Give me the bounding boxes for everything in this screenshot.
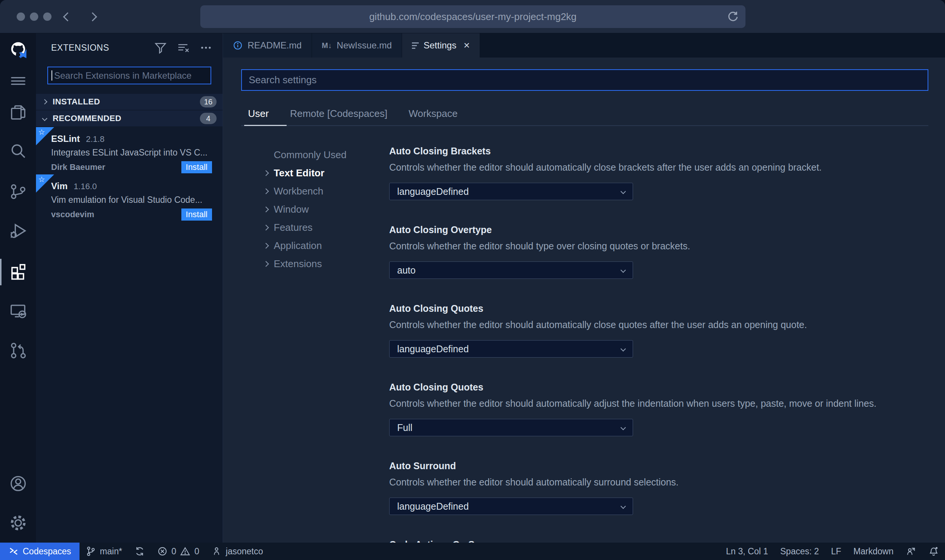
setting-title: Auto Closing Brackets (389, 146, 928, 157)
section-recommended[interactable]: RECOMMENDED 4 (36, 110, 223, 126)
explorer-icon[interactable] (8, 101, 29, 123)
window-controls[interactable] (17, 12, 51, 21)
forward-icon (88, 12, 97, 21)
toc-text-editor[interactable]: Text Editor (264, 164, 389, 182)
extension-description: Integrates ESLint JavaScript into VS C..… (51, 148, 212, 158)
setting-code-actions-on-save: Code Actions On Save (389, 539, 928, 543)
remote-label: Codespaces (23, 546, 71, 557)
filter-icon[interactable] (154, 41, 167, 54)
setting-title: Auto Closing Quotes (389, 303, 928, 314)
extensions-icon[interactable] (8, 261, 29, 282)
remote-icon (8, 546, 19, 557)
setting-auto-closing-quotes-2: Auto Closing Quotes Controls whether the… (389, 382, 928, 436)
feedback-button[interactable] (900, 543, 922, 560)
tab-label: NewIssue.md (337, 40, 391, 51)
search-icon[interactable] (8, 141, 29, 162)
toc-window[interactable]: Window (264, 200, 389, 218)
settings-editor-icon (412, 42, 419, 49)
extension-version: 2.1.8 (86, 134, 104, 144)
install-button[interactable]: Install (181, 161, 212, 173)
dropdown-value: Full (397, 422, 412, 433)
browser-forward-button[interactable] (86, 10, 99, 23)
sync-button[interactable] (128, 543, 151, 560)
dropdown-value: languageDefined (397, 501, 469, 512)
setting-dropdown[interactable]: Full (389, 419, 633, 436)
markdown-icon: M↓ (322, 41, 332, 50)
chevron-down-icon (621, 346, 626, 352)
language-mode[interactable]: Markdown (847, 543, 900, 560)
scope-tab-user[interactable]: User (248, 108, 269, 120)
eol-label: LF (831, 546, 841, 557)
editor-area: README.md M↓ NewIssue.md Settings × User (223, 33, 945, 543)
install-button[interactable]: Install (181, 208, 212, 221)
extension-item-eslint[interactable]: ☆ ESLint 2.1.8 Integrates ESLint JavaScr… (36, 127, 223, 174)
dropdown-value: languageDefined (397, 344, 469, 355)
browser-back-button[interactable] (61, 10, 74, 23)
user-indicator[interactable]: jasonetco (205, 543, 269, 560)
section-installed[interactable]: INSTALLED 16 (36, 94, 223, 110)
star-icon: ☆ (38, 128, 45, 137)
indentation-indicator[interactable]: Spaces: 2 (774, 543, 825, 560)
extension-name: ESLint (51, 134, 80, 144)
reload-icon[interactable] (727, 10, 739, 23)
extensions-search-box (47, 67, 211, 84)
scope-tab-workspace[interactable]: Workspace (409, 108, 458, 120)
settings-search-box (241, 69, 928, 91)
close-tab-icon[interactable]: × (463, 40, 469, 51)
clear-extensions-search-icon[interactable] (176, 41, 190, 54)
section-label: RECOMMENDED (53, 114, 122, 123)
scope-tab-remote[interactable]: Remote [Codespaces] (290, 108, 387, 120)
address-bar[interactable]: github.com/codespaces/user-my-project-mg… (200, 5, 745, 28)
extension-version: 1.16.0 (74, 182, 97, 191)
cursor-label: Ln 3, Col 1 (726, 546, 768, 557)
chevron-right-icon (263, 243, 269, 249)
problems-indicator[interactable]: 0 0 (151, 543, 206, 560)
toc-features[interactable]: Features (264, 218, 389, 236)
setting-dropdown[interactable]: languageDefined (389, 498, 633, 515)
setting-auto-surround: Auto Surround Controls whether the edito… (389, 460, 928, 515)
toc-workbench[interactable]: Workbench (264, 182, 389, 200)
settings-editor: User Remote [Codespaces] Workspace Commo… (223, 58, 945, 543)
settings-gear-icon[interactable] (8, 512, 29, 534)
setting-dropdown[interactable]: languageDefined (389, 183, 633, 200)
setting-dropdown[interactable]: languageDefined (389, 340, 633, 358)
chevron-right-icon (263, 188, 269, 194)
setting-description: Controls whether the editor should autom… (389, 162, 928, 173)
browser-window: github.com/codespaces/user-my-project-mg… (0, 0, 945, 560)
notifications-button[interactable] (922, 543, 945, 560)
eol-indicator[interactable]: LF (825, 543, 847, 560)
minimize-window-button[interactable] (30, 12, 38, 21)
more-actions-icon[interactable] (199, 41, 213, 54)
menu-icon[interactable] (8, 70, 29, 92)
settings-search-input[interactable] (242, 70, 928, 90)
toc-application[interactable]: Application (264, 236, 389, 255)
branch-indicator[interactable]: main* (80, 543, 128, 560)
account-icon[interactable] (8, 473, 29, 494)
extension-item-vim[interactable]: ☆ Vim 1.16.0 Vim emulation for Visual St… (36, 174, 223, 222)
tab-newissue[interactable]: M↓ NewIssue.md (312, 33, 402, 58)
chevron-down-icon (42, 116, 47, 121)
chevron-right-icon (42, 99, 47, 104)
count-badge: 16 (200, 96, 217, 107)
close-window-button[interactable] (17, 12, 25, 21)
sidebar-title: EXTENSIONS (51, 43, 154, 53)
extension-publisher: vscodevim (51, 210, 94, 219)
toc-commonly-used[interactable]: Commonly Used (264, 146, 389, 164)
tab-readme[interactable]: README.md (223, 33, 312, 58)
setting-description: Controls whether the editor should autom… (389, 319, 928, 330)
active-view-indicator (0, 259, 2, 285)
cursor-position[interactable]: Ln 3, Col 1 (720, 543, 774, 560)
toc-label: Application (274, 240, 322, 252)
zoom-window-button[interactable] (43, 12, 51, 21)
source-control-icon[interactable] (8, 181, 29, 202)
remote-explorer-icon[interactable] (8, 300, 29, 322)
chevron-right-icon (263, 206, 269, 212)
pull-request-icon[interactable] (8, 340, 29, 361)
setting-dropdown[interactable]: auto (389, 261, 633, 279)
count-badge: 4 (200, 113, 217, 124)
run-debug-icon[interactable] (8, 220, 29, 241)
extensions-search-input[interactable] (48, 67, 211, 84)
tab-settings[interactable]: Settings × (402, 33, 480, 58)
remote-indicator[interactable]: Codespaces (0, 543, 80, 560)
toc-extensions[interactable]: Extensions (264, 255, 389, 273)
